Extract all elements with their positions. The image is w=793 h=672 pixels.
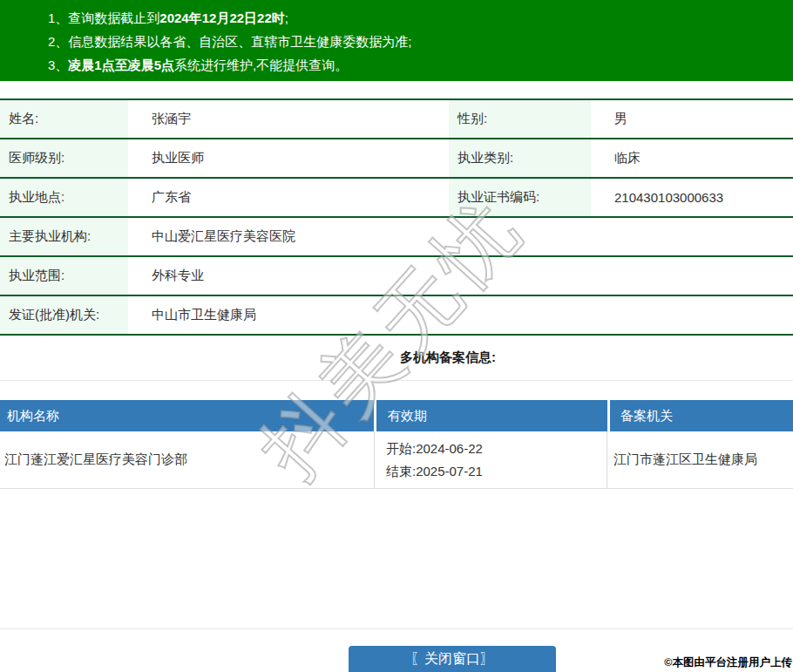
table-row-practice-scope: 执业范围: 外科专业 <box>0 256 793 295</box>
practice-category-value: 临床 <box>591 139 793 178</box>
doctor-level-value: 执业医师 <box>128 139 449 178</box>
filing-authority-header: 备案机关 <box>610 400 793 431</box>
table-row-name-gender: 姓名: 张涵宇 性别: 男 <box>0 99 793 139</box>
valid-period-header: 有效期 <box>376 400 607 431</box>
valid-end-date: 结束:2025-07-21 <box>386 460 607 483</box>
name-value: 张涵宇 <box>128 99 449 139</box>
name-label: 姓名: <box>0 99 128 139</box>
practice-category-label: 执业类别: <box>449 139 591 178</box>
notice-1-tail: ; <box>285 10 288 25</box>
valid-start-date: 开始:2024-06-22 <box>386 438 607 460</box>
table-row: 江门蓬江爱汇星医疗美容门诊部 开始:2024-06-22 结束:2025-07-… <box>0 431 793 489</box>
doctor-level-label: 医师级别: <box>0 139 128 178</box>
table-row-location-certno: 执业地点: 广东省 执业证书编码: 210430103000633 <box>0 178 793 217</box>
main-institution-value: 中山爱汇星医疗美容医院 <box>128 217 793 256</box>
gender-label: 性别: <box>449 99 591 139</box>
certificate-number-value: 210430103000633 <box>591 178 793 217</box>
practitioner-info-table: 姓名: 张涵宇 性别: 男 医师级别: 执业医师 执业类别: 临床 执业地点: … <box>0 98 793 336</box>
filing-table: 机构名称 有效期 备案机关 江门蓬江爱汇星医疗美容门诊部 开始:2024-06-… <box>0 400 793 489</box>
notice-line-1: 1、查询数据截止到2024年12月22日22时; <box>48 6 784 30</box>
bottom-divider <box>0 628 793 629</box>
issuing-authority-value: 中山市卫生健康局 <box>128 295 793 335</box>
notice-1-text: 1、查询数据截止到 <box>48 10 159 25</box>
institution-name-header: 机构名称 <box>0 400 374 431</box>
query-result-page: 1、查询数据截止到2024年12月22日22时; 2、信息数据结果以各省、自治区… <box>0 0 793 672</box>
filing-table-header: 机构名称 有效期 备案机关 <box>0 400 793 431</box>
gender-value: 男 <box>591 99 793 139</box>
table-row-main-institution: 主要执业机构: 中山爱汇星医疗美容医院 <box>0 217 793 256</box>
institution-name-cell: 江门蓬江爱汇星医疗美容门诊部 <box>0 431 375 488</box>
valid-period-cell: 开始:2024-06-22 结束:2025-07-21 <box>375 431 607 488</box>
practice-scope-value: 外科专业 <box>128 256 793 295</box>
filing-authority-cell: 江门市蓬江区卫生健康局 <box>607 431 793 488</box>
issuing-authority-label: 发证(批准)机关: <box>0 295 128 335</box>
notice-2-text: 2、信息数据结果以各省、自治区、直辖市卫生健康委数据为准; <box>48 34 412 49</box>
table-row-level-category: 医师级别: 执业医师 执业类别: 临床 <box>0 139 793 178</box>
certificate-number-label: 执业证书编码: <box>449 178 591 217</box>
upload-attribution-note: ©本图由平台注册用户上传 <box>664 655 792 670</box>
practice-location-value: 广东省 <box>128 178 449 217</box>
main-institution-label: 主要执业机构: <box>0 217 128 256</box>
notice-line-2: 2、信息数据结果以各省、自治区、直辖市卫生健康委数据为准; <box>48 30 784 53</box>
table-row-issuing-authority: 发证(批准)机关: 中山市卫生健康局 <box>0 295 793 335</box>
multi-institution-section-heading: 多机构备案信息: <box>0 336 793 381</box>
notice-1-bold: 2024年12月22日22时 <box>159 10 284 25</box>
notice-3-tail: 系统进行维护,不能提供查询。 <box>174 58 348 72</box>
practice-location-label: 执业地点: <box>0 178 128 217</box>
notice-3-bold: 凌晨1点至凌晨5点 <box>68 58 174 72</box>
notice-3-text: 3、 <box>48 58 68 72</box>
close-window-button[interactable]: 〖关闭窗口〗 <box>349 646 556 672</box>
notice-banner: 1、查询数据截止到2024年12月22日22时; 2、信息数据结果以各省、自治区… <box>0 0 793 81</box>
practice-scope-label: 执业范围: <box>0 256 128 295</box>
notice-line-3: 3、凌晨1点至凌晨5点系统进行维护,不能提供查询。 <box>48 53 784 77</box>
